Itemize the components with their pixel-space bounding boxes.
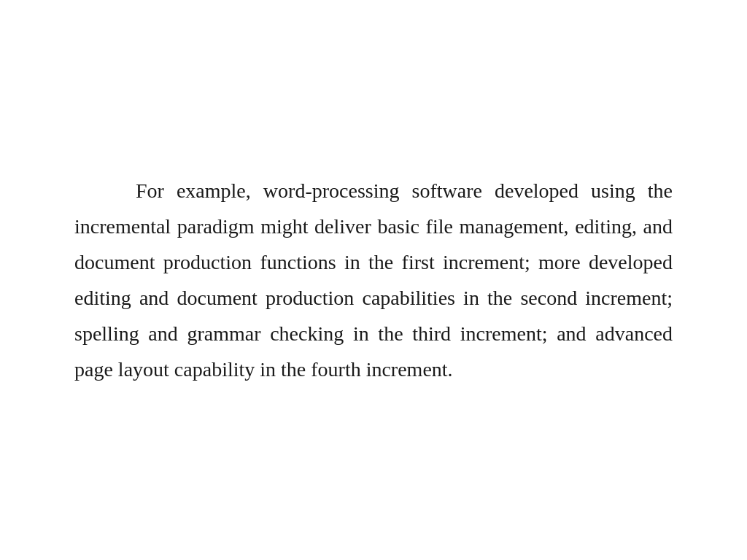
- content-block: For example, word-processing software de…: [60, 173, 687, 387]
- main-paragraph: For example, word-processing software de…: [74, 173, 673, 387]
- page: For example, word-processing software de…: [0, 0, 747, 560]
